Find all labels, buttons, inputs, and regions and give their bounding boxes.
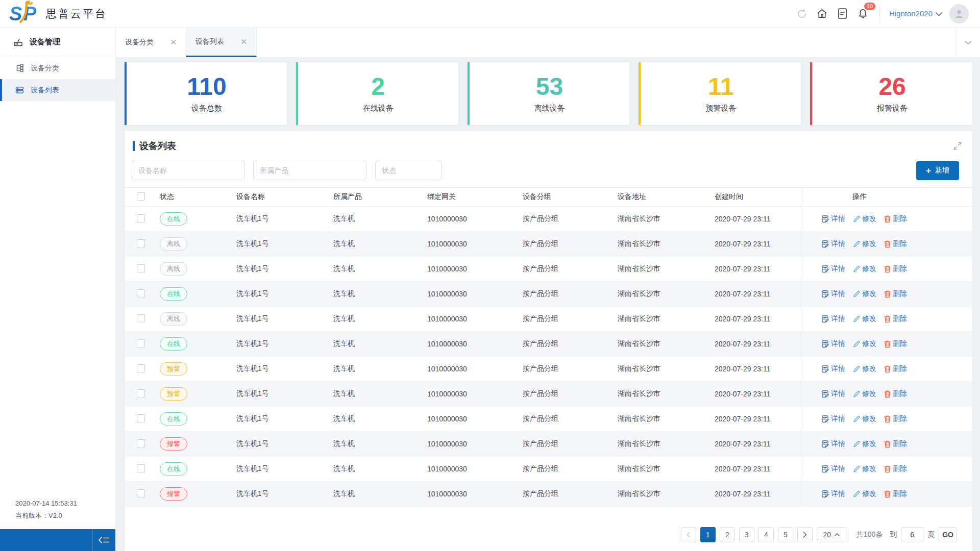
detail-link[interactable]: 详情 [822,464,845,473]
product-input[interactable] [253,161,366,180]
cell-group: 按产品分组 [523,489,618,498]
row-checkbox[interactable] [137,364,145,372]
delete-link[interactable]: 删除 [884,314,907,323]
row-checkbox[interactable] [137,239,145,247]
column-header-created: 创建时间 [715,192,801,202]
cell-group: 按产品分组 [523,314,618,323]
add-device-button[interactable]: + 新增 [916,161,959,180]
document-icon[interactable] [832,4,853,24]
prev-page-button[interactable] [681,527,696,542]
row-checkbox[interactable] [137,489,145,497]
delete-link[interactable]: 删除 [884,364,907,373]
edit-link[interactable]: 修改 [853,414,876,423]
detail-icon [822,265,829,273]
delete-link[interactable]: 删除 [884,214,907,223]
jump-page-input[interactable] [901,527,923,542]
detail-link[interactable]: 详情 [822,264,845,273]
trash-icon [884,415,891,423]
home-icon[interactable] [812,4,832,24]
close-icon[interactable]: ✕ [170,38,177,47]
row-checkbox[interactable] [137,339,145,347]
detail-link[interactable]: 详情 [822,439,845,448]
row-checkbox[interactable] [137,414,145,422]
cell-created: 2020-07-29 23:11 [715,240,801,248]
row-checkbox[interactable] [137,289,145,297]
page-button-3[interactable]: 3 [739,527,754,542]
detail-link[interactable]: 详情 [822,364,845,373]
edit-link[interactable]: 修改 [853,214,876,223]
table-body: 在线 洗车机1号 洗车机 1010000030 按产品分组 湖南省长沙市 202… [125,207,972,507]
collapse-sidebar-icon[interactable] [92,529,115,551]
detail-link[interactable]: 详情 [822,239,845,248]
sidebar-group-device-management[interactable]: 设备管理 [0,28,115,57]
row-checkbox[interactable] [137,214,145,222]
edit-link[interactable]: 修改 [853,389,876,398]
row-checkbox[interactable] [137,264,145,272]
edit-icon [853,440,860,447]
tab-overflow-chevron-icon[interactable] [955,28,980,57]
detail-link[interactable]: 详情 [822,314,845,323]
edit-link[interactable]: 修改 [853,489,876,498]
device-name-input[interactable] [132,161,245,180]
refresh-icon[interactable] [792,4,812,24]
delete-link[interactable]: 删除 [884,414,907,423]
row-checkbox[interactable] [137,464,145,472]
detail-link[interactable]: 详情 [822,389,845,398]
edit-link[interactable]: 修改 [853,339,876,348]
cell-device-name: 洗车机1号 [236,314,333,323]
edit-link[interactable]: 修改 [853,364,876,373]
delete-link[interactable]: 删除 [884,289,907,298]
select-all-checkbox[interactable] [137,192,145,201]
row-checkbox[interactable] [137,314,145,322]
edit-link[interactable]: 修改 [853,289,876,298]
delete-link[interactable]: 删除 [884,489,907,498]
page-button-4[interactable]: 4 [758,527,774,542]
detail-link[interactable]: 详情 [822,339,845,348]
delete-link[interactable]: 删除 [884,239,907,248]
tab-device-category[interactable]: 设备分类 ✕ [116,28,186,57]
close-icon[interactable]: ✕ [240,37,247,46]
delete-link[interactable]: 删除 [884,464,907,473]
detail-link[interactable]: 详情 [822,414,845,423]
expand-icon[interactable] [953,141,962,151]
row-checkbox[interactable] [137,439,145,447]
page-content: 110 设备总数 2 在线设备 53 离线设备 11 预警设备 [116,57,980,551]
status-input[interactable] [375,161,442,180]
sidebar-item-device-list[interactable]: 设备列表 [0,79,115,101]
edit-link[interactable]: 修改 [853,239,876,248]
tab-device-list[interactable]: 设备列表 ✕ [186,28,257,57]
delete-link[interactable]: 删除 [884,264,907,273]
edit-link[interactable]: 修改 [853,464,876,473]
page-button-1[interactable]: 1 [700,527,716,542]
delete-link[interactable]: 删除 [884,439,907,448]
delete-link[interactable]: 删除 [884,339,907,348]
table-row: 预警 洗车机1号 洗车机 1010000030 按产品分组 湖南省长沙市 202… [125,357,972,382]
chevron-down-icon[interactable] [936,12,942,16]
row-checkbox[interactable] [137,389,145,397]
edit-link[interactable]: 修改 [853,439,876,448]
table-row: 预警 洗车机1号 洗车机 1010000030 按产品分组 湖南省长沙市 202… [125,382,972,407]
detail-link[interactable]: 详情 [822,289,845,298]
detail-link[interactable]: 详情 [822,214,845,223]
stat-label: 离线设备 [534,104,565,113]
page-button-2[interactable]: 2 [720,527,735,542]
status-badge: 离线 [160,312,187,325]
page-button-5[interactable]: 5 [778,527,793,542]
sidebar-item-device-category[interactable]: 设备分类 [0,57,115,79]
cell-gateway: 1010000030 [427,440,523,448]
avatar[interactable] [949,4,969,23]
go-button[interactable]: GO [939,527,957,542]
detail-link[interactable]: 详情 [822,489,845,498]
edit-link[interactable]: 修改 [853,314,876,323]
delete-link[interactable]: 删除 [884,389,907,398]
page-size-select[interactable]: 20 [817,527,846,542]
cell-group: 按产品分组 [523,414,618,423]
sidebar-group-label: 设备管理 [30,37,60,47]
next-page-button[interactable] [797,527,813,542]
edit-link[interactable]: 修改 [853,264,876,273]
cell-group: 按产品分组 [523,239,618,248]
bell-icon[interactable]: 10 [853,4,873,24]
username[interactable]: Hignton2020 [889,9,933,18]
edit-icon [853,290,860,297]
row-actions: 详情 修改 删除 [801,482,972,506]
